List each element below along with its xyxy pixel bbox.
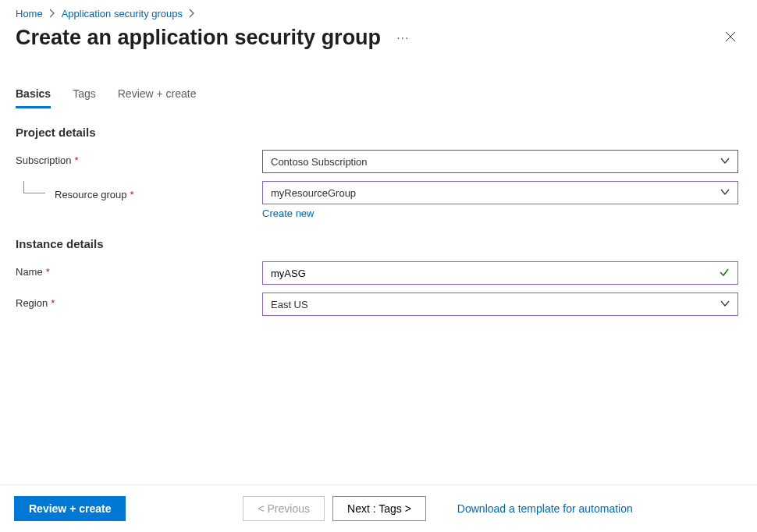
chevron-right-icon [48, 9, 57, 20]
previous-button: < Previous [243, 496, 325, 521]
subscription-dropdown[interactable]: Contoso Subscription [262, 150, 738, 173]
label-resource-group-text: Resource group [55, 189, 127, 200]
check-icon [719, 267, 730, 280]
section-title-instance: Instance details [16, 237, 741, 250]
label-region-text: Region [16, 297, 48, 309]
breadcrumb: Home Application security groups [0, 0, 757, 24]
tabs: Basics Tags Review + create [16, 87, 741, 108]
section-project-details: Project details Subscription * Contoso S… [16, 126, 741, 220]
section-title-project: Project details [16, 126, 741, 139]
download-template-link[interactable]: Download a template for automation [457, 502, 633, 515]
label-name-text: Name [16, 266, 43, 278]
page-title: Create an application security group [16, 26, 381, 50]
resource-group-value: myResourceGroup [271, 187, 356, 199]
name-input[interactable] [271, 268, 719, 279]
tab-basics[interactable]: Basics [16, 87, 51, 108]
section-instance-details: Instance details Name * Region * East US [16, 237, 741, 316]
chevron-right-icon [187, 9, 197, 20]
chevron-down-icon [720, 299, 730, 310]
row-name: Name * [16, 261, 741, 285]
title-row: Create an application security group ··· [0, 24, 757, 56]
tree-connector-icon [23, 181, 45, 193]
row-region: Region * East US [16, 293, 741, 316]
tab-tags[interactable]: Tags [73, 87, 96, 108]
review-create-button[interactable]: Review + create [14, 496, 126, 521]
subscription-value: Contoso Subscription [271, 156, 368, 168]
label-resource-group: Resource group * [16, 181, 262, 200]
more-actions-icon[interactable]: ··· [396, 31, 409, 45]
close-icon[interactable] [720, 26, 741, 50]
row-subscription: Subscription * Contoso Subscription [16, 150, 741, 173]
region-value: East US [271, 299, 308, 310]
footer: Review + create < Previous Next : Tags >… [0, 484, 757, 532]
label-name: Name * [16, 261, 262, 278]
label-subscription-text: Subscription [16, 154, 72, 166]
resource-group-dropdown[interactable]: myResourceGroup [262, 181, 738, 204]
label-region: Region * [16, 293, 262, 309]
label-subscription: Subscription * [16, 150, 262, 166]
next-button[interactable]: Next : Tags > [332, 496, 426, 521]
name-field-wrapper [262, 261, 738, 285]
row-resource-group: Resource group * myResourceGroup Create … [16, 181, 741, 220]
breadcrumb-home[interactable]: Home [16, 8, 43, 20]
tab-review[interactable]: Review + create [118, 87, 197, 108]
chevron-down-icon [720, 156, 730, 168]
region-dropdown[interactable]: East US [262, 293, 738, 316]
create-new-link[interactable]: Create new [262, 207, 314, 219]
breadcrumb-parent[interactable]: Application security groups [62, 8, 183, 20]
chevron-down-icon [720, 187, 730, 199]
